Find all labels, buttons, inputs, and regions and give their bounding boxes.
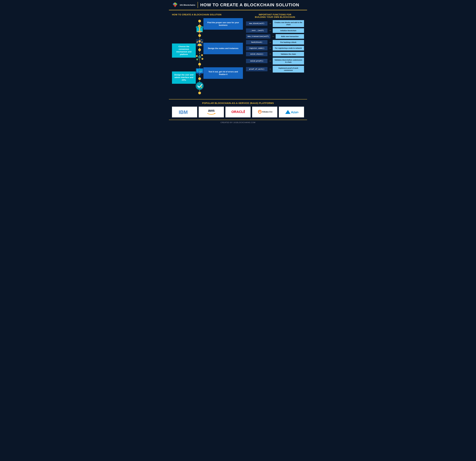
func-name-7: proof_of_work() <box>246 67 267 71</box>
dot-1 <box>198 20 201 22</box>
svg-point-14 <box>196 41 198 43</box>
arrow-0: → <box>269 22 272 25</box>
svg-text:✓: ✓ <box>202 55 202 56</box>
svg-rect-36 <box>199 72 201 73</box>
dot-6 <box>198 92 201 94</box>
right-section-title: IMPORTANT FUNCTIONS FOR BUILDING YOUR OW… <box>246 13 304 18</box>
arrow-4: → <box>269 47 272 50</box>
func-desc-6: Validates block before submission to cha… <box>273 58 304 65</box>
func-name-1: __init__(self) <box>246 28 267 33</box>
svg-point-50 <box>258 110 261 113</box>
dot-4 <box>198 63 201 66</box>
dot-5 <box>198 77 201 80</box>
svg-rect-44 <box>178 111 191 111</box>
blue-box-nodes: Design the nodes and instances <box>204 43 243 54</box>
footer-text: CREATED BY 101BLOCKCHAINS.COM <box>221 122 255 123</box>
svg-rect-35 <box>199 71 202 72</box>
func-name-0: new_block(self) <box>246 21 267 26</box>
aws-logo-box: aws <box>199 107 224 117</box>
teal-box-consensus: Choose the consensus mechanism and platf… <box>172 43 196 58</box>
dot-3 <box>198 48 201 51</box>
func-name-2: new_transaction(self) <box>246 34 270 39</box>
workflow-right-boxes: Find the proper use case for your busine… <box>204 18 243 96</box>
azure-logo-box: Azure <box>279 107 304 117</box>
function-row-2: new_transaction(self) → Adds new transac… <box>246 34 304 39</box>
dot-2 <box>198 34 201 37</box>
screen-icon <box>195 67 204 76</box>
func-desc-4: For registering a node to network <box>273 46 304 50</box>
ibm-logo-box: IBM <box>172 107 197 117</box>
aws-text: aws <box>207 108 216 113</box>
functions-list: new_block(self) → Creates new blocks and… <box>246 20 304 72</box>
workflow-left-boxes: Choose the consensus mechanism and platf… <box>172 18 196 96</box>
svg-text:★: ★ <box>201 39 202 41</box>
center-items: ★ ★ <box>195 18 204 96</box>
svg-rect-37 <box>199 73 200 74</box>
logo-icon <box>172 2 178 8</box>
arrow-5: → <box>269 52 272 56</box>
svg-point-40 <box>196 83 203 89</box>
arrow-7: → <box>269 68 272 71</box>
workflow-center: ★ ★ <box>196 18 204 96</box>
func-desc-0: Creates new blocks and add to the chain <box>273 20 304 27</box>
func-desc-7: Implement proof of work consensus <box>273 66 304 73</box>
left-section-title: HOW TO CREATE A BLOCKCHAIN SOLUTION <box>172 13 243 16</box>
svg-rect-45 <box>178 112 191 112</box>
svg-rect-38 <box>198 74 201 75</box>
oracle-logo: ORACLE ® <box>231 109 245 115</box>
left-section: HOW TO CREATE A BLOCKCHAIN SOLUTION Choo… <box>172 13 243 96</box>
svg-rect-34 <box>199 69 202 71</box>
func-name-5: valid_chain() <box>246 52 267 56</box>
oracle-logo-box: ORACLE ® <box>225 107 251 117</box>
users-icon: ★ ★ <box>195 38 204 47</box>
gift-icon <box>195 24 204 33</box>
svg-text:Azure: Azure <box>291 111 298 114</box>
aws-smile <box>207 113 216 116</box>
ibm-logo: IBM <box>178 109 191 115</box>
svg-point-15 <box>201 41 203 43</box>
arrow-6: → <box>269 60 272 63</box>
teal-box-ui: Design the user and admin interface and … <box>172 71 196 84</box>
arrow-3: → <box>269 41 272 44</box>
function-row-0: new_block(self) → Creates new blocks and… <box>246 20 304 27</box>
blue-box-usecase: Find the proper use case for your busine… <box>204 18 243 30</box>
header: 101 Blockchains HOW TO CREATE A BLOCKCHA… <box>169 0 307 10</box>
logo-area: 101 Blockchains <box>172 2 198 8</box>
footer: CREATED BY 101BLOCKCHAINS.COM <box>169 120 307 125</box>
svg-rect-32 <box>197 71 199 71</box>
func-desc-2: Adds new transaction <box>276 34 304 39</box>
svg-marker-52 <box>285 110 290 114</box>
function-row-6: valid_proof() → Validates block before s… <box>246 58 304 65</box>
svg-text:Alibaba Cloud: Alibaba Cloud <box>262 111 272 113</box>
baas-section: POPULAR BLOCKCHAIN-AS-A-SERVICE (BAAS) P… <box>169 99 307 120</box>
svg-rect-30 <box>197 69 199 70</box>
svg-rect-46 <box>178 113 191 113</box>
svg-text:®: ® <box>244 110 245 111</box>
baas-title: POPULAR BLOCKCHAIN-AS-A-SERVICE (BAAS) P… <box>172 102 304 104</box>
svg-rect-33 <box>197 71 199 72</box>
baas-logos: IBM aws ORA <box>172 107 304 117</box>
svg-text:✓: ✓ <box>197 59 198 60</box>
func-desc-3: For hashing a block <box>273 40 304 44</box>
network-icon: ✓ ✓ ✓ <box>195 52 204 62</box>
func-desc-1: Initialize blockchain <box>273 28 304 33</box>
func-desc-5: Validates the chain <box>273 52 304 56</box>
azure-logo: Azure <box>285 109 298 115</box>
function-row-1: __init__(self) → Initialize blockchain <box>246 28 304 33</box>
workflow: Choose the consensus mechanism and platf… <box>172 18 243 96</box>
main-title: HOW TO CREATE A BLOCKCHAIN SOLUTION <box>200 2 299 7</box>
function-row-4: register_node() → For registering a node… <box>246 46 304 50</box>
svg-text:ORACLE: ORACLE <box>231 110 245 114</box>
main-content: HOW TO CREATE A BLOCKCHAIN SOLUTION Choo… <box>169 10 307 99</box>
svg-rect-31 <box>197 70 199 70</box>
blue-box-test: Test it out, get rid of errors and final… <box>204 67 243 79</box>
func-name-3: hash(block) <box>246 40 267 44</box>
arrow-1: → <box>269 29 272 32</box>
alibaba-logo: Alibaba Cloud <box>257 109 272 115</box>
alibaba-logo-box: Alibaba Cloud <box>252 107 277 117</box>
arrow-2: → <box>272 35 274 38</box>
func-name-4: register_node() <box>246 46 267 50</box>
aws-logo: aws <box>207 108 216 116</box>
func-name-6: valid_proof() <box>246 59 267 63</box>
function-row-3: hash(block) → For hashing a block <box>246 40 304 44</box>
